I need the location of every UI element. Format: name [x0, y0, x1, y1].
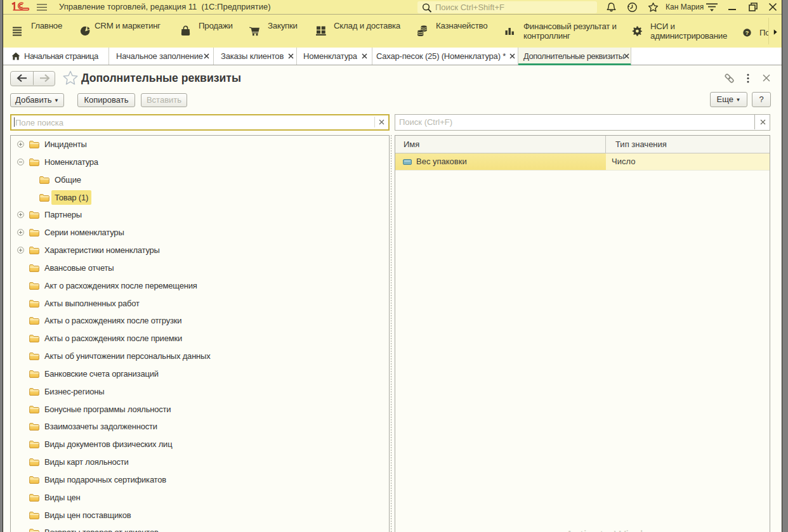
svg-text:?: ? [745, 30, 749, 36]
